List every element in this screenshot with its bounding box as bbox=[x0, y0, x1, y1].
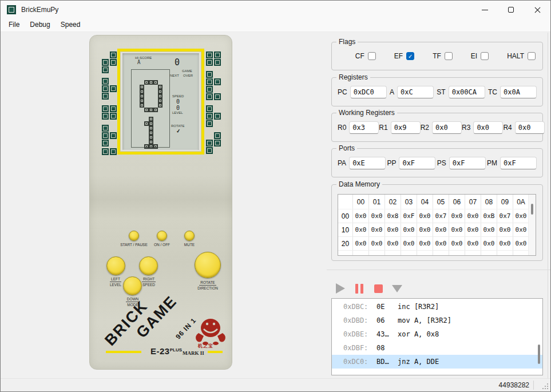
r2-input[interactable] bbox=[432, 121, 462, 134]
memory-cell[interactable]: 0x0 bbox=[449, 209, 465, 223]
a-input[interactable] bbox=[397, 86, 434, 98]
flag-halt-checkbox[interactable] bbox=[528, 52, 536, 60]
disasm-row[interactable]: 0xDBF:08 bbox=[332, 341, 542, 355]
titlebar: BrickEmuPy bbox=[1, 1, 550, 19]
memory-cell[interactable]: 0x0 bbox=[497, 237, 513, 250]
memory-cell[interactable]: 0xF bbox=[401, 209, 417, 223]
splitter-horizontal[interactable] bbox=[327, 270, 551, 270]
memory-cell[interactable]: 0x0 bbox=[513, 237, 529, 250]
pp-input[interactable] bbox=[399, 157, 435, 169]
mute-button[interactable] bbox=[184, 231, 195, 241]
lcd-block bbox=[153, 108, 158, 112]
flag-ei-checkbox[interactable] bbox=[481, 52, 489, 60]
data-memory-table[interactable]: 000102030405060708090A000x00x00x80xF0x00… bbox=[338, 194, 536, 256]
r4-input[interactable] bbox=[515, 121, 545, 134]
lcd-block bbox=[149, 80, 153, 85]
memory-cell[interactable]: 0x0 bbox=[481, 223, 497, 236]
flag-tf-checkbox[interactable] bbox=[445, 52, 453, 60]
disasm-mnemonic: mov A, [R3R2] bbox=[398, 316, 451, 324]
r3-input[interactable] bbox=[473, 121, 503, 134]
memory-cell[interactable]: 0x0 bbox=[465, 223, 481, 236]
menu-file[interactable]: File bbox=[3, 19, 25, 30]
step-button[interactable] bbox=[391, 282, 403, 295]
stop-button[interactable] bbox=[372, 282, 384, 295]
flag-ef-checkbox[interactable]: ✓ bbox=[406, 52, 414, 60]
memory-cell[interactable]: 0xB bbox=[481, 209, 497, 223]
memory-cell[interactable]: 0x0 bbox=[353, 209, 369, 223]
disasm-row-selected[interactable]: 0xDC0:BD…jnz A, DDE bbox=[332, 355, 542, 369]
flag-cf-checkbox[interactable] bbox=[368, 52, 376, 60]
menu-debug[interactable]: Debug bbox=[25, 19, 55, 30]
brick-game-device: HI-SCORE Ā 0 NEXT GAME OVER SPEED 0 0 LE… bbox=[89, 35, 232, 370]
memory-cell[interactable]: 0x0 bbox=[465, 237, 481, 250]
memory-cell[interactable]: 0x8 bbox=[385, 209, 401, 223]
right-button[interactable] bbox=[139, 256, 158, 275]
memory-cell[interactable]: 0x0 bbox=[417, 209, 433, 223]
disasm-address: 0xDBD: bbox=[343, 316, 376, 324]
memory-cell[interactable]: 0x0 bbox=[401, 223, 417, 236]
registers-title: Registers bbox=[336, 73, 370, 81]
start-pause-button[interactable] bbox=[129, 231, 139, 241]
memory-cell[interactable]: 0x0 bbox=[353, 237, 369, 250]
level-digit: 0 bbox=[176, 105, 180, 111]
menu-speed[interactable]: Speed bbox=[56, 19, 86, 30]
memory-cell[interactable]: 0x0 bbox=[465, 209, 481, 223]
onoff-button[interactable] bbox=[157, 231, 167, 241]
memory-cell[interactable]: 0x0 bbox=[353, 223, 369, 236]
pc-input[interactable] bbox=[350, 86, 387, 98]
maximize-button[interactable] bbox=[498, 1, 524, 19]
disasm-row[interactable]: 0xDBD:06mov A, [R3R2] bbox=[332, 314, 542, 327]
working-registers-groupbox: Working Registers R0R1R2R3R4 bbox=[331, 113, 543, 142]
deco-brick-square bbox=[110, 59, 117, 66]
r1-input[interactable] bbox=[391, 121, 421, 134]
memory-cell[interactable]: 0x0 bbox=[449, 237, 465, 250]
memory-cell[interactable]: 0x0 bbox=[497, 223, 513, 236]
resize-grip[interactable] bbox=[541, 382, 549, 390]
lcd-block bbox=[140, 94, 144, 98]
memory-cell[interactable]: 0x0 bbox=[513, 209, 529, 223]
memory-cell[interactable]: 0x0 bbox=[385, 223, 401, 236]
level-label: LEVEL bbox=[172, 111, 183, 114]
memory-cell[interactable]: 0x0 bbox=[385, 237, 401, 250]
st-input[interactable] bbox=[449, 86, 485, 98]
memory-scrollbar[interactable] bbox=[528, 195, 536, 255]
memory-scrollbar-thumb[interactable] bbox=[531, 204, 533, 215]
memory-cell[interactable]: 0x7 bbox=[497, 209, 513, 223]
memory-cell[interactable]: 0x0 bbox=[417, 237, 433, 250]
field-label: R3 bbox=[462, 124, 470, 132]
memory-cell[interactable]: 0x0 bbox=[481, 237, 497, 250]
disasm-row[interactable]: 0xDBC:0Einc [R3R2] bbox=[332, 300, 542, 314]
left-button[interactable] bbox=[106, 256, 125, 275]
play-button[interactable] bbox=[334, 282, 347, 295]
disassembly-list[interactable]: 0xDBC:0Einc [R3R2]0xDBD:06mov A, [R3R2]0… bbox=[331, 298, 543, 375]
disassembly-scrollbar-thumb[interactable] bbox=[538, 345, 540, 364]
pm-input[interactable] bbox=[500, 157, 537, 169]
memory-cell[interactable]: 0x0 bbox=[433, 223, 449, 236]
disasm-address: 0xDBC: bbox=[343, 303, 376, 311]
memory-cell[interactable]: 0x0 bbox=[401, 237, 417, 250]
memory-cell[interactable]: 0x0 bbox=[449, 223, 465, 236]
close-button[interactable] bbox=[524, 1, 550, 19]
memory-cell[interactable]: 0x0 bbox=[369, 223, 385, 236]
memory-cell[interactable]: 0x7 bbox=[433, 209, 449, 223]
pause-button[interactable] bbox=[353, 282, 366, 295]
ps-input[interactable] bbox=[449, 157, 486, 169]
memory-cell[interactable]: 0x0 bbox=[369, 209, 385, 223]
tc-input[interactable] bbox=[500, 86, 537, 98]
memory-cell[interactable]: 0x0 bbox=[513, 223, 529, 236]
disasm-opcode: 08 bbox=[376, 344, 398, 352]
deco-brick-square bbox=[206, 86, 213, 93]
minimize-button[interactable] bbox=[471, 1, 498, 19]
r0-input[interactable] bbox=[349, 121, 379, 134]
pa-input[interactable] bbox=[349, 157, 386, 169]
rotate-button[interactable] bbox=[195, 252, 221, 278]
disasm-row[interactable]: 0xDBE:43…xor A, 0x8 bbox=[332, 327, 542, 341]
lcd-block bbox=[149, 121, 153, 126]
memory-cell[interactable]: 0x0 bbox=[369, 237, 385, 250]
memory-cell[interactable]: 0x0 bbox=[433, 237, 449, 250]
memory-cell[interactable]: 0x0 bbox=[417, 223, 433, 236]
field-label: PC bbox=[338, 88, 347, 96]
deco-brick-square bbox=[110, 52, 117, 58]
lcd-block bbox=[149, 117, 153, 121]
disasm-mnemonic: jnz A, DDE bbox=[398, 358, 439, 366]
